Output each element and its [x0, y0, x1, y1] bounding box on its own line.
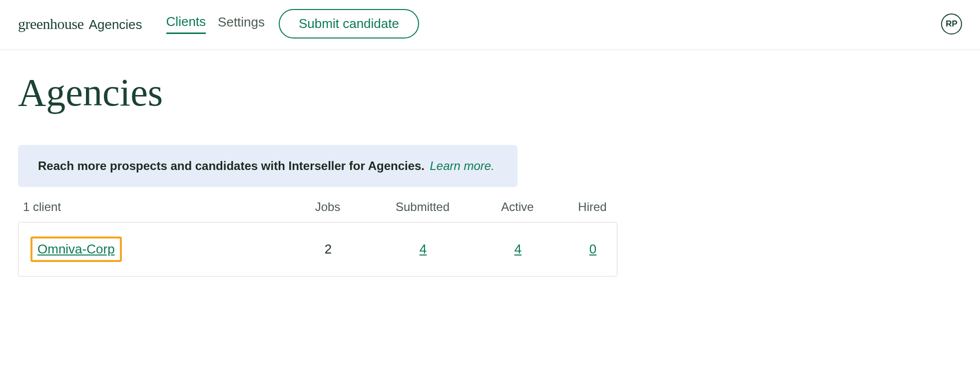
- column-hired: Hired: [562, 200, 622, 214]
- client-name-highlight: Omniva-Corp: [30, 236, 122, 262]
- clients-table: 1 client Jobs Submitted Active Hired Omn…: [18, 200, 617, 276]
- brand-main: greenhouse: [18, 16, 84, 32]
- client-name-link[interactable]: Omniva-Corp: [37, 242, 115, 256]
- brand-logo[interactable]: greenhouse Agencies: [18, 16, 142, 32]
- column-submitted: Submitted: [373, 200, 473, 214]
- client-cell: Omniva-Corp: [23, 236, 283, 262]
- nav: Clients Settings: [166, 14, 265, 34]
- column-active: Active: [473, 200, 562, 214]
- banner-learn-more-link[interactable]: Learn more.: [430, 159, 494, 172]
- submitted-cell: 4: [373, 242, 473, 257]
- client-count-label: 1 client: [23, 200, 283, 214]
- table-header: 1 client Jobs Submitted Active Hired: [18, 200, 617, 222]
- submitted-link[interactable]: 4: [420, 242, 427, 256]
- promo-banner: Reach more prospects and candidates with…: [18, 145, 517, 187]
- banner-text: Reach more prospects and candidates with…: [38, 159, 425, 172]
- submit-candidate-button[interactable]: Submit candidate: [279, 9, 419, 38]
- topbar: greenhouse Agencies Clients Settings Sub…: [0, 0, 980, 50]
- topbar-left: greenhouse Agencies Clients Settings Sub…: [18, 9, 419, 38]
- table-row: Omniva-Corp 2 4 4 0: [18, 222, 617, 276]
- hired-cell: 0: [563, 242, 623, 257]
- active-link[interactable]: 4: [514, 242, 521, 256]
- avatar[interactable]: RP: [941, 14, 962, 34]
- nav-clients[interactable]: Clients: [166, 14, 206, 34]
- active-cell: 4: [473, 242, 563, 257]
- brand-sub: Agencies: [89, 17, 142, 32]
- column-jobs: Jobs: [283, 200, 373, 214]
- main-content: Agencies Reach more prospects and candid…: [0, 50, 980, 296]
- page-title: Agencies: [18, 70, 962, 115]
- table-body: Omniva-Corp 2 4 4 0: [18, 222, 617, 276]
- hired-link[interactable]: 0: [589, 242, 596, 256]
- jobs-cell: 2: [283, 242, 373, 257]
- nav-settings[interactable]: Settings: [218, 14, 265, 33]
